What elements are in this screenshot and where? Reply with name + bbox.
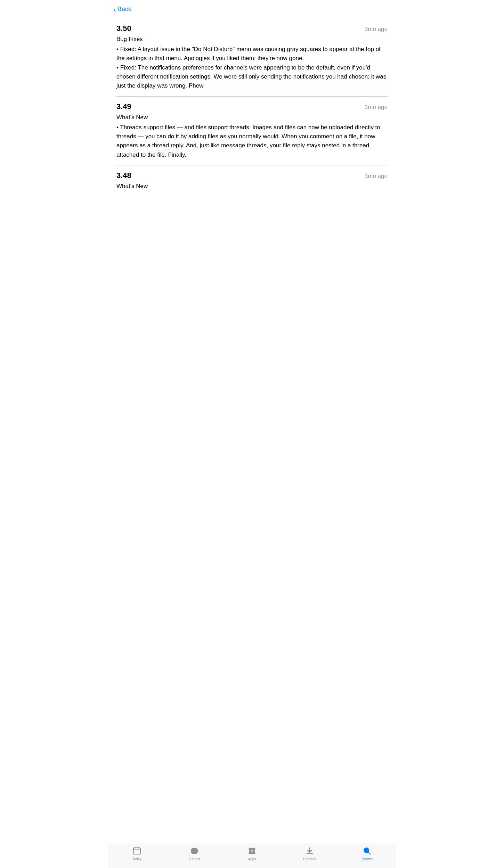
version-notes-349: • Threads support files — and files supp… [116,123,388,159]
svg-rect-11 [252,851,255,854]
version-category-348: What's New [116,183,388,190]
version-header-348: 3.48 3mo ago [116,171,388,180]
version-section-348: 3.48 3mo ago What's New • More updates..… [116,165,388,211]
version-time-350: 3mo ago [365,26,388,33]
tab-search-label: Search [361,857,373,861]
tab-today[interactable]: Today [108,846,166,861]
svg-rect-10 [249,851,252,854]
svg-point-6 [195,850,196,851]
version-section-349: 3.49 3mo ago What's New • Threads suppor… [116,97,388,165]
tab-updates[interactable]: Updates [281,846,339,861]
svg-rect-2 [138,847,139,849]
games-icon [189,846,199,856]
tab-today-label: Today [132,857,141,861]
version-time-348: 3mo ago [365,173,388,180]
back-label: Back [117,6,131,13]
version-time-349: 3mo ago [365,104,388,111]
updates-icon [305,846,315,856]
back-navigation: ‹ Back [108,0,396,16]
svg-rect-1 [135,847,135,849]
tab-bar: Today Games Apps [108,843,396,868]
version-header-350: 3.50 3mo ago [116,24,388,33]
svg-line-13 [368,852,371,854]
tab-games-label: Games [189,857,200,861]
tab-updates-label: Updates [303,857,316,861]
content-area: 3.50 3mo ago Bug Fixes • Fixed: A layout… [108,16,396,253]
back-chevron-icon: ‹ [114,6,116,13]
version-number-349: 3.49 [116,102,131,111]
svg-rect-0 [133,848,140,854]
back-button[interactable]: ‹ Back [114,6,131,13]
version-category-350: Bug Fixes [116,36,388,43]
tab-apps-label: Apps [248,857,256,861]
version-section-350: 3.50 3mo ago Bug Fixes • Fixed: A layout… [116,18,388,96]
version-header-349: 3.49 3mo ago [116,102,388,111]
version-notes-350: • Fixed: A layout issue in the "Do Not D… [116,45,388,91]
tab-games[interactable]: Games [166,846,223,861]
svg-rect-9 [252,848,255,851]
today-icon [132,846,142,856]
apps-icon [247,846,257,856]
version-category-349: What's New [116,114,388,121]
version-number-348: 3.48 [116,171,131,180]
version-number-350: 3.50 [116,24,131,33]
tab-search[interactable]: Search [338,846,396,861]
search-icon [362,846,372,856]
tab-apps[interactable]: Apps [223,846,281,861]
svg-rect-8 [249,848,252,851]
